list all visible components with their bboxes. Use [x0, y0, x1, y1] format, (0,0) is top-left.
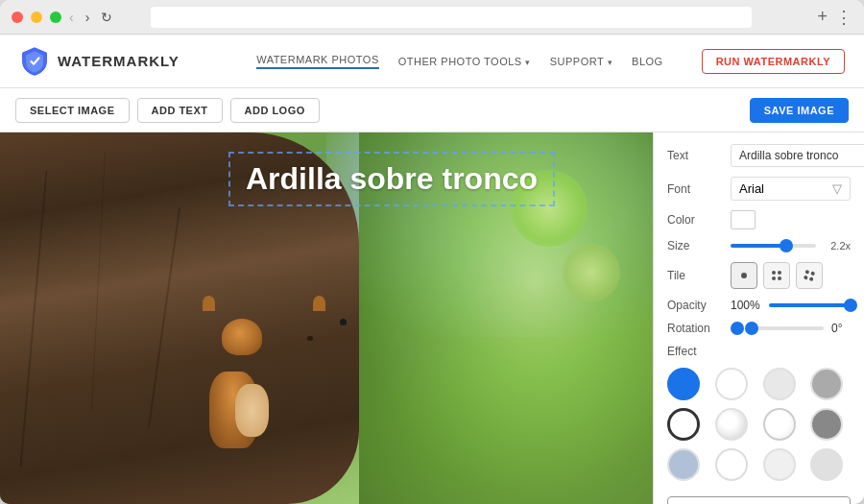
effect-label: Effect — [667, 345, 723, 358]
minimize-button[interactable] — [31, 12, 42, 23]
nav-watermark-photos[interactable]: WATERMARK PHOTOS — [256, 54, 379, 69]
size-slider-thumb[interactable] — [780, 239, 793, 252]
text-row: Text — [667, 144, 851, 167]
opacity-slider-track — [769, 303, 851, 307]
font-row: Font Arial ▽ — [667, 177, 851, 201]
effect-light-gray[interactable] — [763, 368, 796, 400]
effect-outline-thick[interactable] — [667, 408, 700, 441]
size-row: Size 2.2x — [667, 239, 851, 252]
effect-grid — [667, 368, 851, 481]
tile-label: Tile — [667, 269, 723, 282]
tile-single-button[interactable] — [731, 262, 757, 289]
tile-diagonal-button[interactable] — [796, 262, 823, 289]
tile-grid-icon — [772, 271, 781, 280]
font-label: Font — [667, 182, 723, 196]
nav-links: WATERMARK PHOTOS OTHER PHOTO TOOLS ▾ SUP… — [256, 49, 845, 74]
title-bar: ‹ › ↻ + ⋮ — [0, 0, 864, 35]
font-chevron-icon: ▽ — [832, 181, 842, 196]
remove-text-button[interactable]: REMOVE TEXT — [667, 496, 851, 504]
refresh-icon[interactable]: ↻ — [101, 10, 112, 25]
rotation-dot-icon — [731, 322, 744, 335]
size-slider-container — [731, 244, 816, 248]
opacity-label: Opacity — [667, 299, 723, 312]
color-row: Color — [667, 210, 851, 229]
forward-arrow-icon[interactable]: › — [85, 10, 90, 25]
close-button[interactable] — [12, 12, 23, 23]
other-tools-chevron-icon: ▾ — [525, 58, 531, 67]
effect-solid-blue[interactable] — [667, 368, 700, 400]
tile-buttons — [731, 262, 823, 289]
opacity-slider-fill — [769, 303, 851, 307]
more-menu-icon[interactable]: ⋮ — [835, 7, 852, 28]
font-select[interactable]: Arial ▽ — [731, 177, 851, 201]
effect-dark-gray[interactable] — [810, 368, 843, 400]
effect-plain-white[interactable] — [715, 368, 748, 400]
tile-diagonal-icon — [804, 270, 815, 281]
navbar: WATERMARKLY WATERMARK PHOTOS OTHER PHOTO… — [0, 35, 864, 88]
effect-glow[interactable] — [763, 408, 796, 441]
save-image-button[interactable]: SAVE IMAGE — [750, 98, 849, 123]
effect-blue-tint[interactable] — [667, 448, 700, 481]
opacity-slider-container — [769, 303, 851, 307]
toolbar: SELECT IMAGE ADD TEXT ADD LOGO SAVE IMAG… — [0, 88, 864, 132]
tile-grid-button[interactable] — [763, 262, 790, 289]
rotation-slider-container — [752, 326, 824, 330]
rotation-slider-thumb[interactable] — [745, 322, 758, 335]
logo-icon — [19, 46, 50, 77]
rotation-value: 0° — [831, 322, 851, 335]
select-image-button[interactable]: SELECT IMAGE — [15, 98, 130, 123]
maximize-button[interactable] — [50, 12, 61, 23]
app-window: ‹ › ↻ + ⋮ WATERMARKLY WATERMARK PHOTOS O… — [0, 0, 864, 504]
size-slider-track — [731, 244, 816, 248]
add-text-button[interactable]: ADD TEXT — [137, 98, 223, 123]
watermark-text[interactable]: Ardilla sobre tronco — [228, 152, 555, 206]
nav-other-tools[interactable]: OTHER PHOTO TOOLS ▾ — [398, 56, 531, 67]
photo: Ardilla sobre tronco — [0, 132, 653, 504]
effect-soft-gray[interactable] — [810, 448, 843, 481]
back-arrow-icon[interactable]: ‹ — [69, 10, 74, 25]
tile-row: Tile — [667, 262, 851, 289]
text-input[interactable] — [731, 144, 864, 167]
nav-support[interactable]: SUPPORT ▾ — [550, 56, 612, 67]
main-content: Ardilla sobre tronco Text Font Arial ▽ C… — [0, 132, 864, 504]
logo-text: WATERMARKLY — [58, 53, 180, 69]
run-watermarkly-button[interactable]: RUN WATERMARKLY — [702, 49, 845, 74]
color-label: Color — [667, 213, 723, 227]
logo-area: WATERMARKLY — [19, 46, 180, 77]
size-value: 2.2x — [824, 240, 851, 252]
color-swatch[interactable] — [731, 210, 756, 229]
right-panel: Text Font Arial ▽ Color Size — [653, 132, 864, 504]
size-slider-fill — [731, 244, 786, 248]
effect-row: Effect — [667, 345, 851, 358]
opacity-value: 100% — [731, 299, 761, 312]
rotation-label: Rotation — [667, 322, 723, 335]
image-area: Ardilla sobre tronco — [0, 132, 653, 504]
effect-shadow[interactable] — [715, 408, 748, 441]
opacity-slider-thumb[interactable] — [844, 299, 857, 312]
add-logo-button[interactable]: ADD LOGO — [230, 98, 320, 123]
support-chevron-icon: ▾ — [608, 58, 613, 67]
text-label: Text — [667, 149, 723, 162]
font-value: Arial — [739, 181, 764, 196]
address-bar[interactable] — [151, 7, 752, 28]
nav-blog[interactable]: BLOG — [632, 56, 663, 67]
effect-very-light[interactable] — [763, 448, 796, 481]
effect-white-plain[interactable] — [715, 448, 748, 481]
rotation-row: Rotation 0° — [667, 322, 851, 335]
opacity-row: Opacity 100% — [667, 299, 851, 312]
rotation-slider-track — [752, 326, 824, 330]
size-label: Size — [667, 239, 723, 252]
effect-medium-gray[interactable] — [810, 408, 843, 441]
tile-single-icon — [741, 273, 747, 278]
new-tab-button[interactable]: + — [817, 7, 828, 27]
